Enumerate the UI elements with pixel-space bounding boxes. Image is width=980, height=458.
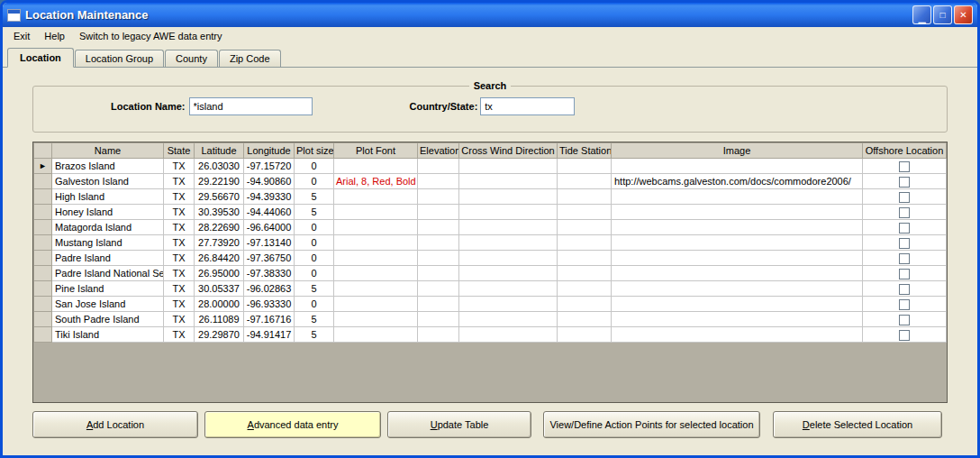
location-name-input[interactable] xyxy=(189,97,313,115)
table-row[interactable]: Padre IslandTX26.84420-97.367500 xyxy=(34,251,947,266)
view-define-action-points-button[interactable]: View/Define Action Points for selected l… xyxy=(543,411,760,438)
cell-longitude[interactable]: -94.90860 xyxy=(244,174,295,189)
row-selector-cell[interactable] xyxy=(34,174,52,189)
cell-latitude[interactable]: 30.05337 xyxy=(195,281,244,297)
cell-latitude[interactable]: 28.00000 xyxy=(195,297,244,312)
cell-plot-size[interactable]: 5 xyxy=(295,205,334,220)
table-row[interactable]: Padre Island National SeaTX26.95000-97.3… xyxy=(34,266,947,281)
offshore-location-checkbox[interactable] xyxy=(899,223,910,234)
cell-name[interactable]: South Padre Island xyxy=(52,312,164,327)
cell-plot-font[interactable]: Arial, 8, Red, Bold xyxy=(334,174,418,189)
cell-elevation[interactable] xyxy=(418,205,459,220)
table-row[interactable]: Galveston IslandTX29.22190-94.908600Aria… xyxy=(34,174,947,189)
cell-longitude[interactable]: -97.36750 xyxy=(244,251,295,266)
cell-plot-size[interactable]: 5 xyxy=(295,327,334,343)
cell-tide-station[interactable] xyxy=(558,266,612,281)
tab-location[interactable]: Location xyxy=(7,48,74,68)
cell-latitude[interactable]: 27.73920 xyxy=(195,235,244,251)
cell-tide-station[interactable] xyxy=(558,297,612,312)
cell-name[interactable]: High Island xyxy=(52,189,164,205)
row-selector-cell[interactable] xyxy=(34,220,52,235)
cell-latitude[interactable]: 29.29870 xyxy=(195,327,244,343)
offshore-location-checkbox[interactable] xyxy=(899,315,910,325)
cell-image[interactable] xyxy=(612,327,863,343)
cell-image[interactable] xyxy=(612,251,863,266)
cell-tide-station[interactable] xyxy=(558,235,612,251)
cell-plot-font[interactable] xyxy=(334,251,418,266)
cell-state[interactable]: TX xyxy=(164,189,195,205)
cell-cross-wind-direction[interactable] xyxy=(459,327,558,343)
cell-latitude[interactable]: 26.95000 xyxy=(195,266,244,281)
cell-name[interactable]: Galveston Island xyxy=(52,174,164,189)
maximize-button[interactable]: □ xyxy=(933,5,952,24)
tab-location-group[interactable]: Location Group xyxy=(75,50,164,67)
cell-elevation[interactable] xyxy=(418,220,459,235)
cell-image[interactable] xyxy=(612,159,863,174)
cell-plot-font[interactable] xyxy=(334,205,418,220)
cell-tide-station[interactable] xyxy=(558,312,612,327)
minimize-button[interactable]: ▁ xyxy=(912,5,931,24)
table-row[interactable]: High IslandTX29.56670-94.393305 xyxy=(34,189,947,205)
cell-image[interactable] xyxy=(612,235,863,251)
cell-state[interactable]: TX xyxy=(164,220,195,235)
cell-longitude[interactable]: -97.13140 xyxy=(244,235,295,251)
table-row[interactable]: Matagorda IslandTX28.22690-96.640000 xyxy=(34,220,947,235)
cell-name[interactable]: Brazos Island xyxy=(52,159,164,174)
cell-latitude[interactable]: 29.22190 xyxy=(195,174,244,189)
cell-tide-station[interactable] xyxy=(558,189,612,205)
cell-cross-wind-direction[interactable] xyxy=(459,266,558,281)
cell-name[interactable]: San Jose Island xyxy=(52,297,164,312)
row-selector-cell[interactable] xyxy=(34,189,52,205)
menu-exit[interactable]: Exit xyxy=(6,29,37,43)
cell-state[interactable]: TX xyxy=(164,312,195,327)
cell-tide-station[interactable] xyxy=(558,220,612,235)
row-selector-cell[interactable] xyxy=(34,327,52,343)
update-table-button[interactable]: Update Table xyxy=(387,411,531,438)
row-selector-cell[interactable] xyxy=(34,205,52,220)
cell-latitude[interactable]: 28.22690 xyxy=(195,220,244,235)
cell-plot-font[interactable] xyxy=(334,297,418,312)
cell-cross-wind-direction[interactable] xyxy=(459,235,558,251)
cell-latitude[interactable]: 30.39530 xyxy=(195,205,244,220)
cell-cross-wind-direction[interactable] xyxy=(459,189,558,205)
cell-state[interactable]: TX xyxy=(164,174,195,189)
cell-tide-station[interactable] xyxy=(558,327,612,343)
row-selector-cell[interactable] xyxy=(34,266,52,281)
cell-plot-size[interactable]: 0 xyxy=(295,220,334,235)
cell-cross-wind-direction[interactable] xyxy=(459,312,558,327)
cell-name[interactable]: Tiki Island xyxy=(52,327,164,343)
table-row[interactable]: ►Brazos IslandTX26.03030-97.157200 xyxy=(34,159,947,174)
cell-plot-size[interactable]: 5 xyxy=(295,281,334,297)
offshore-location-checkbox[interactable] xyxy=(899,238,910,249)
cell-longitude[interactable]: -97.38330 xyxy=(244,266,295,281)
tab-county[interactable]: County xyxy=(165,50,218,67)
cell-tide-station[interactable] xyxy=(558,281,612,297)
cell-cross-wind-direction[interactable] xyxy=(459,205,558,220)
advanced-data-entry-button[interactable]: Advanced data entry xyxy=(204,411,381,438)
cell-plot-size[interactable]: 0 xyxy=(295,251,334,266)
offshore-location-checkbox[interactable] xyxy=(899,177,910,188)
cell-plot-size[interactable]: 5 xyxy=(295,312,334,327)
tab-zip-code[interactable]: Zip Code xyxy=(219,50,281,67)
offshore-location-checkbox[interactable] xyxy=(899,284,910,295)
cell-image[interactable] xyxy=(612,297,863,312)
cell-elevation[interactable] xyxy=(418,189,459,205)
cell-longitude[interactable]: -97.16716 xyxy=(244,312,295,327)
cell-cross-wind-direction[interactable] xyxy=(459,297,558,312)
cell-image[interactable] xyxy=(612,189,863,205)
cell-cross-wind-direction[interactable] xyxy=(459,174,558,189)
cell-tide-station[interactable] xyxy=(558,159,612,174)
cell-elevation[interactable] xyxy=(418,327,459,343)
cell-image[interactable] xyxy=(612,220,863,235)
cell-state[interactable]: TX xyxy=(164,251,195,266)
cell-tide-station[interactable] xyxy=(558,174,612,189)
table-row[interactable]: San Jose IslandTX28.00000-96.933300 xyxy=(34,297,947,312)
cell-image[interactable] xyxy=(612,281,863,297)
add-location-button[interactable]: Add Location xyxy=(32,411,198,438)
cell-image[interactable] xyxy=(612,266,863,281)
cell-plot-size[interactable]: 0 xyxy=(295,266,334,281)
cell-name[interactable]: Honey Island xyxy=(52,205,164,220)
cell-elevation[interactable] xyxy=(418,174,459,189)
cell-plot-size[interactable]: 0 xyxy=(295,297,334,312)
cell-elevation[interactable] xyxy=(418,266,459,281)
